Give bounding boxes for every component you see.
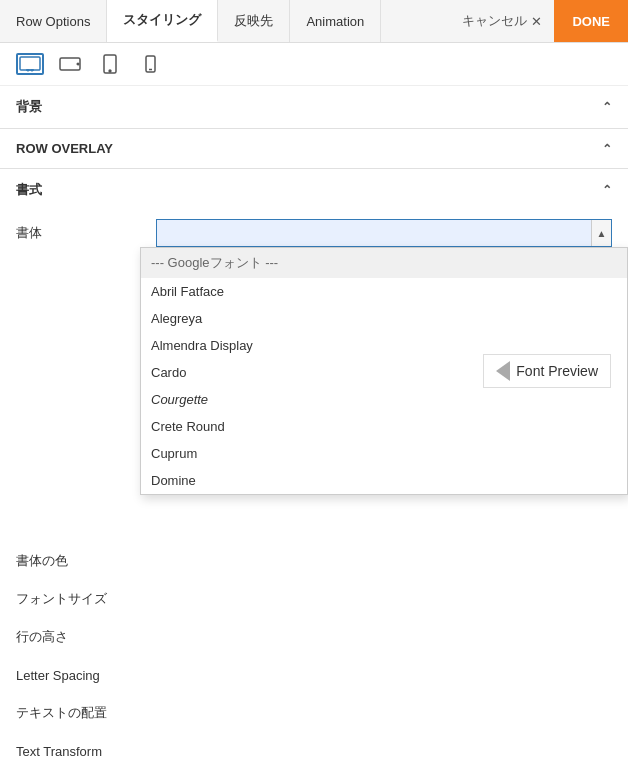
svg-point-5 (77, 63, 79, 65)
font-label: 書体 (16, 224, 156, 242)
section-background-header[interactable]: 背景 ⌃ (0, 86, 628, 128)
dropdown-item[interactable]: Cardo (141, 359, 627, 386)
font-size-label: フォントサイズ (16, 590, 156, 608)
chevron-up-icon: ⌃ (602, 183, 612, 197)
section-background: 背景 ⌃ (0, 86, 628, 129)
font-input-wrapper[interactable]: ▲ (156, 219, 612, 247)
text-align-label: テキストの配置 (16, 704, 156, 722)
mobile-icon[interactable] (136, 53, 164, 75)
cancel-button[interactable]: キャンセル ✕ (450, 12, 554, 30)
letter-spacing-label: Letter Spacing (16, 668, 156, 683)
close-icon: ✕ (531, 14, 542, 29)
dropdown-item[interactable]: Domine (141, 467, 627, 494)
tab-row-options[interactable]: Row Options (0, 0, 107, 42)
desktop-icon[interactable] (16, 53, 44, 75)
svg-rect-0 (20, 57, 40, 70)
chevron-up-icon: ⌃ (602, 100, 612, 114)
tab-reflect[interactable]: 反映先 (218, 0, 290, 42)
dropdown-item-courgette[interactable]: Courgette (141, 386, 627, 413)
section-row-overlay-header[interactable]: ROW OVERLAY ⌃ (0, 129, 628, 168)
font-input[interactable] (157, 220, 591, 246)
dropdown-item[interactable]: Alegreya (141, 305, 627, 332)
chevron-up-icon: ⌃ (602, 142, 612, 156)
text-transform-row: Text Transform (16, 737, 612, 765)
section-typography: 書式 ⌃ 書体 ▲ --- Googleフォント --- Abril (0, 169, 628, 772)
dropdown-item[interactable]: Abril Fatface (141, 278, 627, 305)
tablet-portrait-icon[interactable] (96, 53, 124, 75)
tab-styling[interactable]: スタイリング (107, 0, 218, 42)
font-color-label: 書体の色 (16, 552, 156, 570)
header: Row Options スタイリング 反映先 Animation キャンセル ✕… (0, 0, 628, 43)
text-align-row: テキストの配置 (16, 699, 612, 727)
font-dropdown-arrow[interactable]: ▲ (591, 220, 611, 246)
dropdown-item[interactable]: Crete Round (141, 413, 627, 440)
svg-point-7 (109, 70, 111, 72)
section-row-overlay: ROW OVERLAY ⌃ (0, 129, 628, 169)
text-transform-label: Text Transform (16, 744, 156, 759)
dropdown-item[interactable]: Cuprum (141, 440, 627, 467)
dropdown-group-header: --- Googleフォント --- (141, 248, 627, 278)
tablet-landscape-icon[interactable] (56, 53, 84, 75)
font-dropdown: --- Googleフォント --- Abril Fatface Alegrey… (140, 247, 628, 495)
line-height-label: 行の高さ (16, 628, 156, 646)
device-bar (0, 43, 628, 86)
font-field-row: 書体 ▲ (16, 219, 612, 247)
dropdown-scroll[interactable]: --- Googleフォント --- Abril Fatface Alegrey… (141, 248, 627, 494)
done-button[interactable]: DONE (554, 0, 628, 42)
font-color-row: 書体の色 (16, 547, 612, 575)
dropdown-item[interactable]: Almendra Display (141, 332, 627, 359)
font-size-row: フォントサイズ (16, 585, 612, 613)
section-typography-header[interactable]: 書式 ⌃ (0, 169, 628, 211)
letter-spacing-row: Letter Spacing (16, 661, 612, 689)
typography-body: 書体 ▲ --- Googleフォント --- Abril Fatface Al… (0, 211, 628, 772)
font-control: ▲ (156, 219, 612, 247)
line-height-row: 行の高さ (16, 623, 612, 651)
tab-animation[interactable]: Animation (290, 0, 381, 42)
